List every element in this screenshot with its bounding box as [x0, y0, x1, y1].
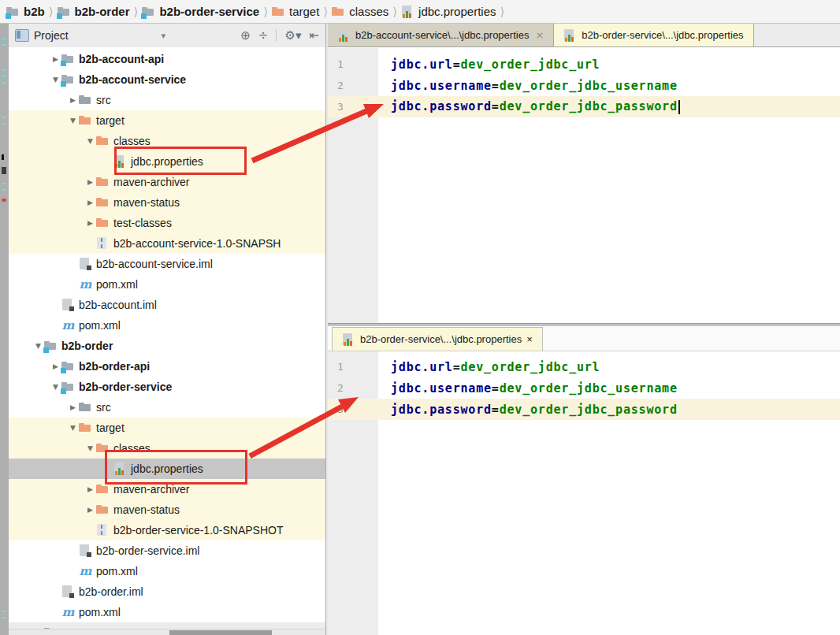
tree-row[interactable]: ▶b2b-account-api — [9, 49, 325, 69]
editor-line[interactable]: 2jdbc.username=dev_order_jdbc_username — [328, 75, 840, 96]
tree-row[interactable]: ▼b2b-order — [9, 336, 325, 356]
tree-item-label: pom.xml — [79, 319, 121, 332]
tree-row[interactable]: jdbc.properties — [9, 151, 325, 172]
expand-arrow-icon[interactable]: ▼ — [32, 342, 44, 350]
module-icon — [142, 6, 155, 18]
collapse-arrow-icon[interactable]: ▶ — [84, 219, 96, 227]
property-line: jdbc.username=dev_order_jdbc_username — [378, 381, 678, 395]
stripe-mark — [2, 611, 6, 612]
stripe-mark — [2, 183, 6, 184]
close-icon[interactable]: × — [535, 29, 544, 41]
breadcrumb-item[interactable]: b2b-order-service — [142, 5, 259, 18]
jar-icon — [96, 237, 110, 250]
breadcrumb-item[interactable]: jdbc.properties — [401, 5, 496, 18]
scrollbar-thumb[interactable] — [169, 630, 272, 635]
tree-row[interactable]: ▼classes — [9, 131, 325, 151]
tree-row[interactable]: b2b-order-service.iml — [9, 540, 325, 561]
breadcrumb-item[interactable]: b2b-order — [58, 5, 130, 18]
maven-icon: m — [61, 606, 75, 618]
breadcrumb-separator-icon: ⟩ — [392, 5, 397, 19]
editor-top[interactable]: 1jdbc.url=dev_order_jdbc_url2jdbc.userna… — [328, 48, 840, 323]
tree-row[interactable]: ▶maven-status — [9, 192, 325, 213]
maven-icon: m — [61, 319, 75, 332]
expand-arrow-icon[interactable]: ▼ — [67, 424, 79, 432]
stripe-mark — [2, 617, 6, 618]
editor-line[interactable]: 3jdbc.password=dev_order_jdbc_password — [328, 399, 840, 420]
expand-arrow-icon[interactable]: ▼ — [50, 76, 61, 84]
expand-arrow-icon[interactable]: ▼ — [50, 383, 61, 391]
folder-gray-icon — [79, 401, 92, 414]
collapse-arrow-icon[interactable]: ▶ — [84, 199, 96, 206]
tree-row[interactable]: ▶maven-archiver — [9, 479, 325, 499]
tree-row[interactable]: ▶src — [9, 90, 325, 110]
editor-tab[interactable]: b2b-order-service\...\jdbc.properties — [554, 24, 753, 46]
breadcrumb-item[interactable]: target — [272, 5, 319, 18]
iml-icon — [61, 585, 75, 598]
expand-arrow-icon[interactable]: ▼ — [84, 444, 96, 452]
property-value: dev_order_jdbc_url — [461, 360, 600, 374]
tree-row[interactable]: ▼b2b-order-service — [9, 377, 325, 397]
line-number: 1 — [328, 361, 378, 373]
hide-panel-icon[interactable]: ⇤ — [309, 30, 319, 42]
tree-item-label: classes — [113, 442, 151, 455]
tree-row[interactable]: b2b-order.iml — [9, 581, 325, 602]
stripe-mark — [2, 76, 6, 77]
editor-line[interactable]: 3jdbc.password=dev_order_jdbc_password — [328, 96, 840, 117]
tree-row[interactable]: ▶maven-status — [9, 499, 325, 520]
horizontal-scrollbar[interactable] — [9, 629, 325, 635]
tree-row[interactable]: b2b-account-service.iml — [9, 254, 325, 274]
breadcrumb-item-label: b2b-order-service — [159, 5, 259, 18]
properties-icon — [113, 462, 127, 475]
tree-item-label: maven-archiver — [113, 483, 189, 496]
tree-row[interactable]: mpom.xml — [9, 602, 325, 622]
tree-row[interactable]: ▶b2b-order-api — [9, 356, 325, 377]
editor-bottom[interactable]: 1jdbc.url=dev_order_jdbc_url2jdbc.userna… — [328, 351, 840, 635]
tree-row[interactable]: ▼target — [9, 418, 325, 438]
editor-tab[interactable]: b2b-account-service\...\jdbc.properties× — [328, 24, 554, 46]
collapse-arrow-icon[interactable]: ▶ — [67, 403, 79, 411]
tree-row[interactable]: ▶src — [9, 397, 325, 418]
expand-arrow-icon[interactable]: ▼ — [84, 137, 96, 145]
close-icon[interactable]: × — [526, 333, 533, 345]
iml-icon — [61, 299, 75, 311]
folder-orange-icon — [96, 217, 110, 229]
tree-row[interactable]: mpom.xml — [9, 274, 325, 295]
folder-orange-icon — [96, 503, 110, 516]
editor-line[interactable]: 1jdbc.url=dev_order_jdbc_url — [328, 356, 840, 377]
collapse-arrow-icon[interactable]: ▶ — [67, 96, 79, 104]
tree-row[interactable]: ▼classes — [9, 438, 325, 459]
tree-item-label: b2b-account-service — [79, 73, 186, 86]
chevron-down-icon[interactable]: ▾ — [162, 31, 166, 41]
settings-gear-icon[interactable]: ⚙▾ — [284, 30, 301, 42]
tree-row[interactable]: ▶maven-archiver — [9, 172, 325, 192]
tree-row[interactable]: ▼target — [9, 110, 325, 131]
tree-row[interactable]: b2b-account-service-1.0-SNAPSH — [9, 233, 325, 254]
tree-row[interactable]: mpom.xml — [9, 561, 325, 581]
breadcrumb-item[interactable]: classes — [332, 5, 388, 18]
line-number: 3 — [328, 101, 378, 113]
expand-arrow-icon[interactable]: ▼ — [67, 117, 79, 124]
tree-row[interactable]: b2b-account.iml — [9, 295, 325, 315]
breadcrumb-item[interactable]: b2b — [6, 5, 45, 18]
editor-tab[interactable]: b2b-order-service\...\jdbc.properties × — [332, 327, 543, 351]
editor-line[interactable]: 1jdbc.url=dev_order_jdbc_url — [328, 54, 840, 75]
collapse-all-icon[interactable]: ÷ — [258, 30, 269, 42]
tree-row[interactable]: ▼b2b-account-service — [9, 69, 325, 90]
property-value: dev_order_jdbc_password — [500, 99, 678, 113]
collapse-arrow-icon[interactable]: ▶ — [84, 506, 96, 514]
module-icon — [6, 6, 20, 18]
collapse-arrow-icon[interactable]: ▶ — [84, 485, 96, 493]
property-equals: = — [492, 99, 500, 113]
stripe-mark — [2, 199, 6, 202]
tree-item-label: maven-status — [113, 503, 180, 516]
tree-row[interactable]: jdbc.properties — [9, 459, 325, 479]
maven-icon: m — [79, 278, 92, 291]
collapse-arrow-icon[interactable]: ▶ — [50, 362, 61, 370]
tree-row[interactable]: ▶test-classes — [9, 213, 325, 233]
collapse-arrow-icon[interactable]: ▶ — [50, 55, 61, 63]
editor-line[interactable]: 2jdbc.username=dev_order_jdbc_username — [328, 377, 840, 399]
tree-row[interactable]: b2b-order-service-1.0-SNAPSHOT — [9, 520, 325, 540]
collapse-arrow-icon[interactable]: ▶ — [84, 178, 96, 186]
tree-row[interactable]: mpom.xml — [9, 315, 325, 336]
locate-icon[interactable]: ⊕ — [240, 30, 251, 42]
